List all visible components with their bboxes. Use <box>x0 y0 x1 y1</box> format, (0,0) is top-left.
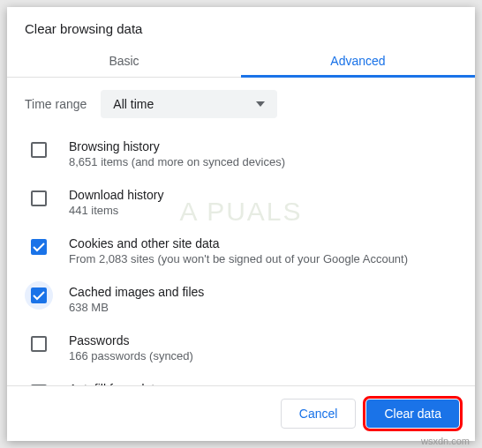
item-text: Cookies and other site dataFrom 2,083 si… <box>69 236 457 265</box>
checkbox-wrap <box>25 136 53 164</box>
tabs-bar: Basic Advanced <box>7 43 475 78</box>
list-item: Cached images and files638 MB <box>25 285 457 314</box>
list-item: Cookies and other site dataFrom 2,083 si… <box>25 236 457 265</box>
item-subtitle: From 2,083 sites (you won't be signed ou… <box>69 252 457 265</box>
item-title: Autofill form data <box>69 382 457 385</box>
clear-browsing-dialog: Clear browsing data Basic Advanced A PUA… <box>7 7 475 441</box>
item-text: Autofill form data <box>69 382 457 385</box>
cancel-button[interactable]: Cancel <box>281 399 357 429</box>
item-subtitle: 441 items <box>69 204 457 217</box>
clear-data-button[interactable]: Clear data <box>366 399 459 428</box>
source-label: wsxdn.com <box>421 436 470 446</box>
list-item: Browsing history8,651 items (and more on… <box>25 139 457 168</box>
item-text: Browsing history8,651 items (and more on… <box>69 139 457 168</box>
item-subtitle: 638 MB <box>69 301 457 314</box>
item-title: Browsing history <box>69 139 457 153</box>
checkbox-wrap <box>25 233 53 261</box>
checkbox-wrap <box>25 281 53 310</box>
checkbox[interactable] <box>31 336 47 352</box>
dialog-footer: Cancel Clear data <box>7 385 475 441</box>
list-item: Autofill form data <box>25 382 457 385</box>
tab-advanced[interactable]: Advanced <box>241 43 475 77</box>
checkbox-wrap <box>25 184 53 213</box>
item-title: Passwords <box>69 333 457 347</box>
list-item: Download history441 items <box>25 188 457 217</box>
checkbox[interactable] <box>31 190 47 206</box>
item-text: Passwords166 passwords (synced) <box>69 333 457 362</box>
dialog-content[interactable]: A PUALS Time range All time Browsing his… <box>7 78 475 385</box>
time-range-value: All time <box>113 97 154 111</box>
item-title: Cached images and files <box>69 285 457 299</box>
time-range-label: Time range <box>25 97 87 111</box>
chevron-down-icon <box>256 101 265 107</box>
checkbox[interactable] <box>31 287 47 303</box>
tab-basic[interactable]: Basic <box>7 43 241 77</box>
checkbox-wrap <box>25 330 53 358</box>
time-range-dropdown[interactable]: All time <box>101 90 277 118</box>
list-item: Passwords166 passwords (synced) <box>25 333 457 362</box>
item-text: Cached images and files638 MB <box>69 285 457 314</box>
check-icon <box>33 243 45 252</box>
check-icon <box>33 291 45 301</box>
checkbox[interactable] <box>31 142 47 158</box>
checkbox[interactable] <box>31 239 47 255</box>
item-subtitle: 8,651 items (and more on synced devices) <box>69 155 457 168</box>
item-title: Cookies and other site data <box>69 236 457 250</box>
checkbox-wrap <box>25 378 53 385</box>
dialog-title: Clear browsing data <box>25 21 457 36</box>
time-range-row: Time range All time <box>25 90 457 118</box>
dialog-header: Clear browsing data <box>7 7 475 43</box>
item-title: Download history <box>69 188 457 202</box>
item-subtitle: 166 passwords (synced) <box>69 349 457 362</box>
item-text: Download history441 items <box>69 188 457 217</box>
checkbox[interactable] <box>31 385 47 385</box>
